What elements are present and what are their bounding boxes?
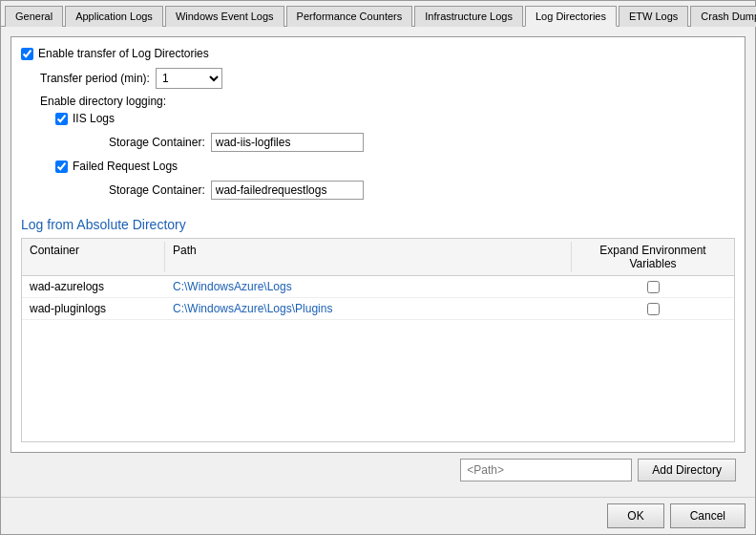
tab-log-dirs[interactable]: Log Directories bbox=[525, 6, 617, 27]
row1-expand-checkbox[interactable] bbox=[647, 281, 660, 293]
transfer-period-select[interactable]: 1 5 10 30 60 bbox=[156, 68, 222, 89]
enable-transfer-row: Enable transfer of Log Directories bbox=[21, 47, 735, 60]
path-input[interactable] bbox=[460, 459, 632, 482]
tab-etw-logs[interactable]: ETW Logs bbox=[619, 6, 688, 27]
row2-expand-checkbox[interactable] bbox=[647, 303, 660, 315]
row1-container: wad-azurelogs bbox=[22, 278, 165, 295]
row1-expand bbox=[572, 279, 734, 295]
cancel-button[interactable]: Cancel bbox=[670, 503, 746, 528]
content-area: Enable transfer of Log Directories Trans… bbox=[1, 27, 755, 497]
iis-storage-input[interactable] bbox=[211, 133, 364, 152]
table-header: Container Path Expand Environment Variab… bbox=[22, 239, 734, 276]
row2-path: C:\WindowsAzure\Logs\Plugins bbox=[165, 300, 572, 317]
failed-req-label: Failed Request Logs bbox=[73, 160, 178, 173]
main-panel: Enable transfer of Log Directories Trans… bbox=[10, 36, 746, 453]
iis-logs-section: IIS Logs Storage Container: bbox=[55, 112, 735, 156]
tab-perf-counters[interactable]: Performance Counters bbox=[286, 6, 413, 27]
row1-path: C:\WindowsAzure\Logs bbox=[165, 278, 572, 295]
iis-storage-label: Storage Container: bbox=[109, 136, 205, 149]
failed-req-storage-row: Storage Container: bbox=[109, 181, 735, 200]
iis-storage-row: Storage Container: bbox=[109, 133, 735, 152]
failed-req-storage-label: Storage Container: bbox=[109, 183, 205, 197]
col-header-container: Container bbox=[22, 242, 165, 272]
tab-bar: General Application Logs Windows Event L… bbox=[1, 1, 755, 27]
ok-button[interactable]: OK bbox=[607, 503, 663, 528]
col-header-expand: Expand Environment Variables bbox=[572, 242, 734, 272]
table-row: wad-pluginlogs C:\WindowsAzure\Logs\Plug… bbox=[22, 298, 734, 320]
row2-expand bbox=[572, 301, 734, 317]
failed-req-section: Failed Request Logs Storage Container: bbox=[55, 160, 735, 203]
iis-logs-checkbox[interactable] bbox=[55, 113, 68, 125]
failed-req-checkbox-row: Failed Request Logs bbox=[55, 160, 735, 173]
table-body: wad-azurelogs C:\WindowsAzure\Logs wad-p… bbox=[22, 276, 734, 441]
transfer-period-row: Transfer period (min): 1 5 10 30 60 bbox=[40, 68, 735, 89]
tab-crash-dumps[interactable]: Crash Dumps bbox=[690, 6, 756, 27]
enable-transfer-checkbox[interactable] bbox=[21, 48, 33, 60]
failed-req-storage-input[interactable] bbox=[211, 181, 364, 200]
transfer-period-label: Transfer period (min): bbox=[40, 72, 150, 85]
enable-dir-logging-label: Enable directory logging: bbox=[40, 95, 735, 108]
tab-general[interactable]: General bbox=[5, 6, 63, 27]
iis-logs-checkbox-row: IIS Logs bbox=[55, 112, 735, 125]
tab-infra-logs[interactable]: Infrastructure Logs bbox=[414, 6, 523, 27]
row2-container: wad-pluginlogs bbox=[22, 300, 165, 317]
tab-windows-event[interactable]: Windows Event Logs bbox=[165, 6, 284, 27]
abs-dir-title: Log from Absolute Directory bbox=[21, 217, 735, 232]
failed-req-checkbox[interactable] bbox=[55, 160, 68, 173]
iis-logs-label: IIS Logs bbox=[73, 112, 115, 125]
footer-bar: OK Cancel bbox=[1, 497, 755, 534]
table-row: wad-azurelogs C:\WindowsAzure\Logs bbox=[22, 276, 734, 298]
add-directory-button[interactable]: Add Directory bbox=[638, 459, 736, 482]
bottom-bar: Add Directory bbox=[10, 453, 746, 487]
enable-transfer-label: Enable transfer of Log Directories bbox=[38, 47, 209, 60]
abs-dir-table: Container Path Expand Environment Variab… bbox=[21, 238, 735, 442]
col-header-path: Path bbox=[165, 242, 572, 272]
tab-app-logs[interactable]: Application Logs bbox=[65, 6, 163, 27]
